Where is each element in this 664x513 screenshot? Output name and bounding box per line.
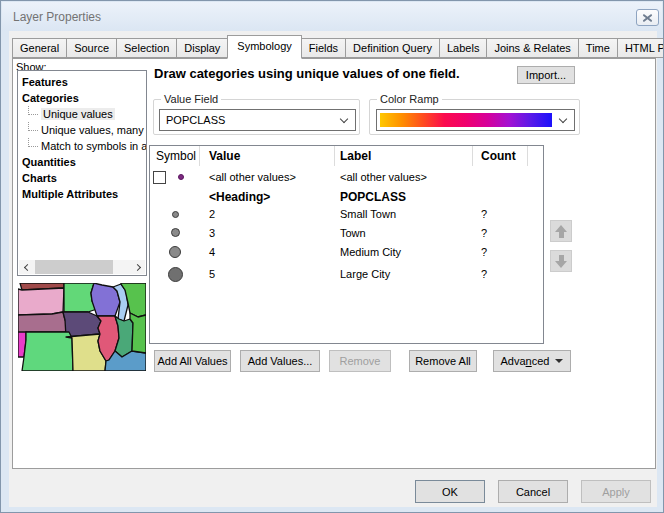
tab-joins-relates[interactable]: Joins & Relates (486, 38, 578, 58)
tree-item-unique-values[interactable]: Unique values (18, 106, 146, 122)
table-header: Symbol Value Label Count (150, 146, 543, 166)
tree-item-categories[interactable]: Categories (18, 90, 146, 106)
count-cell: ? (473, 227, 528, 239)
header-count: Count (473, 146, 528, 166)
value-field-selected-value: POPCLASS (166, 114, 225, 126)
cancel-button[interactable]: Cancel (498, 480, 568, 503)
count-cell: ? (473, 208, 528, 220)
value-cell: 2 (200, 208, 335, 220)
label-cell: Small Town (335, 208, 473, 220)
tree-item-match-to-symbols[interactable]: Match to symbols in a (18, 138, 146, 154)
label-cell: POPCLASS (335, 190, 473, 204)
tab-general[interactable]: General (12, 38, 67, 58)
tab-selection[interactable]: Selection (116, 38, 177, 58)
move-down-button[interactable] (550, 250, 572, 272)
color-ramp-gradient (380, 113, 552, 127)
add-values-button[interactable]: Add Values... (240, 350, 320, 372)
arrow-up-icon-stem (559, 232, 564, 238)
scroll-track[interactable] (33, 260, 131, 274)
value-cell: 5 (200, 268, 335, 280)
tree-item-charts[interactable]: Charts (18, 170, 146, 186)
table-row-heading[interactable]: <Heading> POPCLASS (150, 188, 543, 205)
advanced-label: Advanced (501, 355, 550, 367)
move-up-button[interactable] (550, 220, 572, 242)
tree-item-multiple-attributes[interactable]: Multiple Attributes (18, 186, 146, 202)
map-image (18, 283, 146, 371)
value-field-label: Value Field (161, 93, 221, 105)
value-field-dropdown[interactable]: POPCLASS (159, 109, 356, 131)
close-icon (642, 13, 653, 22)
point-symbol-icon[interactable] (168, 267, 183, 282)
tree-connector (28, 106, 38, 115)
advanced-menu-button[interactable]: Advanced (493, 350, 571, 372)
header-label: Label (335, 146, 473, 166)
import-button[interactable]: Import... (517, 66, 575, 84)
value-cell: <all other values> (200, 171, 335, 183)
value-field-group: Value Field POPCLASS (153, 99, 360, 135)
table-row-value-2[interactable]: 2 Small Town ? (150, 205, 543, 223)
color-ramp-group: Color Ramp (369, 99, 580, 135)
chevron-down-icon (559, 115, 567, 123)
titlebar[interactable]: Layer Properties (2, 2, 662, 31)
ok-button[interactable]: OK (415, 480, 485, 503)
layer-properties-dialog: Layer Properties General Source Selectio… (0, 0, 664, 513)
point-symbol-icon[interactable] (169, 246, 181, 258)
tab-fields[interactable]: Fields (301, 38, 346, 58)
label-cell: Medium City (335, 246, 473, 258)
value-cell: 3 (200, 227, 335, 239)
tab-symbology[interactable]: Symbology (227, 35, 301, 59)
scroll-right-button[interactable] (131, 260, 145, 274)
point-symbol-icon[interactable] (172, 211, 179, 218)
tree-item-quantities[interactable]: Quantities (18, 154, 146, 170)
tree-item-features[interactable]: Features (18, 74, 146, 90)
tree-connector (28, 122, 38, 131)
count-cell: ? (473, 268, 528, 280)
arrow-up-icon (555, 225, 567, 232)
label-cell: <all other values> (335, 171, 473, 183)
tree-connector (28, 138, 38, 147)
value-cell: 4 (200, 246, 335, 258)
label-cell: Large City (335, 268, 473, 280)
tab-definition-query[interactable]: Definition Query (345, 38, 440, 58)
arrow-down-icon (555, 261, 567, 268)
table-row-value-3[interactable]: 3 Town ? (150, 223, 543, 242)
tab-source[interactable]: Source (66, 38, 117, 58)
add-all-values-button[interactable]: Add All Values (154, 350, 231, 372)
show-tree: Features Categories Unique values Unique… (17, 70, 147, 276)
tree-item-unique-values-many[interactable]: Unique values, many (18, 122, 146, 138)
scroll-left-button[interactable] (19, 260, 33, 274)
draw-method-description: Draw categories using unique values of o… (154, 66, 460, 81)
all-other-values-checkbox[interactable] (153, 171, 166, 184)
color-ramp-label: Color Ramp (377, 93, 442, 105)
tree-hscrollbar[interactable] (19, 260, 145, 274)
header-symbol: Symbol (150, 146, 200, 166)
values-table: Symbol Value Label Count <all other valu… (149, 145, 544, 344)
tab-time[interactable]: Time (578, 38, 618, 58)
tab-display[interactable]: Display (176, 38, 228, 58)
chevron-down-icon (340, 115, 348, 123)
remove-button[interactable]: Remove (329, 350, 391, 372)
scroll-thumb[interactable] (35, 260, 113, 274)
apply-button[interactable]: Apply (581, 480, 651, 503)
header-value: Value (200, 146, 335, 166)
color-ramp-dropdown[interactable] (376, 109, 575, 131)
table-row-value-4[interactable]: 4 Medium City ? (150, 242, 543, 262)
table-row-all-other-values[interactable]: <all other values> <all other values> (150, 166, 543, 188)
tab-bar: General Source Selection Display Symbolo… (12, 38, 664, 58)
symbology-tab-page: Show: Features Categories Unique values … (12, 58, 656, 469)
dialog-body: General Source Selection Display Symbolo… (9, 31, 657, 507)
close-button[interactable] (636, 9, 659, 26)
chevron-right-icon (133, 263, 140, 270)
symbology-preview-map (18, 283, 146, 371)
remove-all-button[interactable]: Remove All (409, 350, 477, 372)
label-cell: Town (335, 227, 473, 239)
count-cell: ? (473, 246, 528, 258)
table-row-value-5[interactable]: 5 Large City ? (150, 262, 543, 286)
tab-html-popup[interactable]: HTML Popup (617, 38, 664, 58)
point-symbol-icon[interactable] (178, 174, 184, 180)
point-symbol-icon[interactable] (171, 228, 180, 237)
tab-labels[interactable]: Labels (439, 38, 487, 58)
window-title: Layer Properties (13, 10, 101, 24)
chevron-left-icon (23, 263, 30, 270)
value-cell: <Heading> (200, 190, 335, 204)
